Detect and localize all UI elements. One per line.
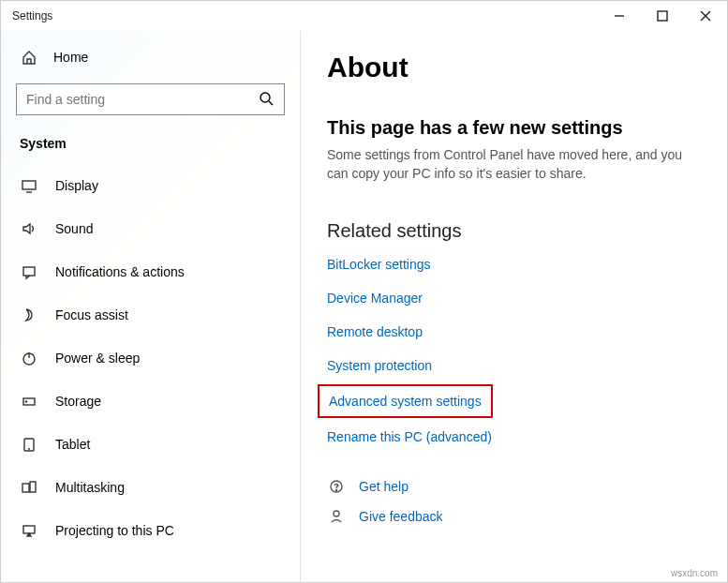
sound-icon bbox=[20, 219, 38, 238]
svg-point-19 bbox=[335, 490, 336, 491]
home-nav[interactable]: Home bbox=[1, 38, 300, 76]
sidebar-item-multitasking[interactable]: Multitasking bbox=[1, 466, 300, 509]
sidebar-item-tablet[interactable]: Tablet bbox=[1, 423, 300, 466]
sidebar-item-label: Tablet bbox=[55, 437, 90, 452]
display-icon bbox=[20, 176, 38, 195]
window-title: Settings bbox=[12, 9, 52, 22]
feedback-icon bbox=[327, 508, 346, 525]
help-row: Get help bbox=[327, 478, 701, 495]
multitasking-icon bbox=[20, 478, 38, 497]
link-advanced-system-settings[interactable]: Advanced system settings bbox=[318, 384, 493, 418]
svg-point-12 bbox=[25, 401, 26, 402]
search-icon bbox=[258, 90, 275, 110]
sidebar-item-power-sleep[interactable]: Power & sleep bbox=[1, 336, 300, 380]
home-icon bbox=[20, 48, 38, 67]
sidebar-item-notifications[interactable]: Notifications & actions bbox=[1, 250, 300, 293]
notifications-icon bbox=[20, 262, 38, 281]
svg-line-5 bbox=[269, 101, 273, 105]
svg-rect-15 bbox=[22, 484, 29, 492]
focus-assist-icon bbox=[20, 306, 38, 324]
titlebar: Settings bbox=[1, 1, 727, 31]
sidebar-item-focus-assist[interactable]: Focus assist bbox=[1, 293, 300, 336]
search-box[interactable] bbox=[16, 83, 285, 115]
sidebar-item-label: Storage bbox=[55, 394, 101, 409]
home-label: Home bbox=[53, 50, 88, 65]
close-button[interactable] bbox=[684, 1, 727, 31]
svg-rect-8 bbox=[23, 267, 35, 276]
link-rename-pc[interactable]: Rename this PC (advanced) bbox=[327, 429, 492, 444]
link-remote-desktop[interactable]: Remote desktop bbox=[327, 324, 423, 339]
projecting-icon bbox=[20, 521, 38, 540]
feedback-row: Give feedback bbox=[327, 508, 701, 525]
svg-point-4 bbox=[260, 93, 270, 102]
link-device-manager[interactable]: Device Manager bbox=[327, 291, 423, 306]
link-bitlocker[interactable]: BitLocker settings bbox=[327, 257, 431, 272]
help-icon bbox=[327, 478, 346, 495]
sidebar-item-storage[interactable]: Storage bbox=[1, 380, 300, 423]
maximize-icon bbox=[654, 7, 671, 24]
sidebar-item-label: Display bbox=[55, 178, 98, 193]
main-content: About This page has a few new settings S… bbox=[301, 31, 727, 582]
svg-rect-16 bbox=[30, 482, 36, 492]
power-icon bbox=[20, 349, 38, 367]
minimize-button[interactable] bbox=[598, 1, 641, 31]
sidebar-item-label: Power & sleep bbox=[55, 351, 140, 366]
sidebar-item-label: Projecting to this PC bbox=[55, 523, 174, 538]
svg-rect-1 bbox=[658, 11, 667, 21]
search-input[interactable] bbox=[26, 92, 258, 107]
sidebar-item-label: Sound bbox=[55, 221, 93, 236]
sub-heading: This page has a few new settings bbox=[327, 117, 701, 139]
sidebar-item-label: Focus assist bbox=[55, 307, 128, 322]
window-controls bbox=[598, 1, 727, 31]
page-title: About bbox=[327, 52, 701, 83]
close-icon bbox=[697, 7, 714, 24]
sidebar-item-sound[interactable]: Sound bbox=[1, 207, 300, 250]
link-system-protection[interactable]: System protection bbox=[327, 358, 432, 373]
storage-icon bbox=[20, 392, 38, 411]
related-heading: Related settings bbox=[327, 220, 701, 242]
sidebar-item-display[interactable]: Display bbox=[1, 164, 300, 207]
get-help-link[interactable]: Get help bbox=[359, 479, 409, 494]
sidebar-item-projecting[interactable]: Projecting to this PC bbox=[1, 509, 300, 552]
svg-rect-6 bbox=[22, 181, 36, 189]
sidebar: Home System Display Sound Notificat bbox=[1, 31, 301, 582]
svg-point-20 bbox=[334, 511, 339, 516]
watermark: wsxdn.com bbox=[671, 568, 718, 578]
sidebar-item-label: Multitasking bbox=[55, 480, 125, 495]
tablet-icon bbox=[20, 435, 38, 454]
minimize-icon bbox=[611, 7, 628, 24]
sidebar-item-label: Notifications & actions bbox=[55, 264, 185, 279]
section-label: System bbox=[1, 127, 300, 164]
sub-body: Some settings from Control Panel have mo… bbox=[327, 146, 701, 183]
give-feedback-link[interactable]: Give feedback bbox=[359, 509, 443, 524]
maximize-button[interactable] bbox=[641, 1, 684, 31]
